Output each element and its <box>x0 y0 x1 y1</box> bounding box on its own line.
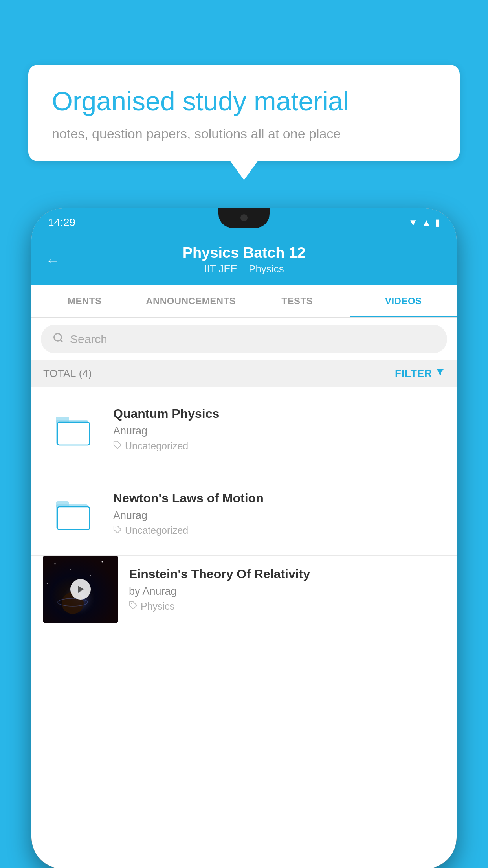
video-list: Quantum Physics Anurag Uncategorized <box>31 387 457 623</box>
wifi-icon: ▼ <box>408 217 418 228</box>
subtitle-physics: Physics <box>249 263 284 275</box>
search-icon <box>53 332 64 346</box>
subtitle-iit: IIT JEE <box>204 263 237 275</box>
tab-announcements[interactable]: ANNOUNCEMENTS <box>138 285 244 317</box>
phone-frame: 14:29 ▼ ▲ ▮ ← Physics Batch 12 IIT JEE P… <box>31 208 457 868</box>
tag-icon <box>113 525 122 536</box>
play-button[interactable] <box>70 579 91 600</box>
filter-button[interactable]: FILTER <box>395 368 445 380</box>
filter-label: FILTER <box>395 368 432 380</box>
tag-icon <box>113 440 122 452</box>
svg-point-11 <box>55 563 56 565</box>
item-info: Newton's Laws of Motion Anurag Uncategor… <box>113 491 445 536</box>
video-title: Einstein's Theory Of Relativity <box>129 567 445 581</box>
tag-text: Uncategorized <box>125 440 188 452</box>
svg-point-12 <box>70 569 71 570</box>
list-item[interactable]: Einstein's Theory Of Relativity by Anura… <box>31 556 457 623</box>
tab-ments[interactable]: MENTS <box>31 285 138 317</box>
speech-bubble: Organised study material notes, question… <box>28 65 460 161</box>
svg-rect-8 <box>57 507 90 530</box>
status-icons: ▼ ▲ ▮ <box>408 217 440 228</box>
tab-tests[interactable]: TESTS <box>244 285 350 317</box>
video-tag: Physics <box>129 601 445 612</box>
list-item[interactable]: Newton's Laws of Motion Anurag Uncategor… <box>31 471 457 556</box>
svg-line-1 <box>60 340 62 342</box>
video-author: Anurag <box>113 425 445 437</box>
video-tag: Uncategorized <box>113 525 445 536</box>
phone-notch <box>218 208 270 228</box>
folder-icon <box>55 411 90 447</box>
item-thumbnail <box>43 484 102 543</box>
item-info: Quantum Physics Anurag Uncategorized <box>113 406 445 452</box>
status-bar: 14:29 ▼ ▲ ▮ <box>31 208 457 237</box>
video-thumbnail <box>43 556 118 623</box>
tag-text: Physics <box>141 601 174 612</box>
video-author: by Anurag <box>129 585 445 598</box>
play-icon <box>77 585 84 594</box>
video-title: Newton's Laws of Motion <box>113 491 445 506</box>
signal-icon: ▲ <box>422 217 431 228</box>
tag-icon <box>129 601 138 612</box>
back-button[interactable]: ← <box>46 252 60 269</box>
front-camera <box>240 214 248 221</box>
item-thumbnail <box>43 399 102 458</box>
svg-point-14 <box>90 575 91 576</box>
video-author: Anurag <box>113 509 445 522</box>
speech-bubble-subtext: notes, question papers, solutions all at… <box>52 126 436 142</box>
filter-bar: TOTAL (4) FILTER <box>31 360 457 387</box>
video-title: Quantum Physics <box>113 406 445 421</box>
app-title: Physics Batch 12 <box>47 245 441 261</box>
battery-icon: ▮ <box>435 217 440 228</box>
app-subtitle: IIT JEE Physics <box>47 263 441 275</box>
svg-rect-4 <box>57 422 90 445</box>
filter-funnel-icon <box>435 368 445 380</box>
item-info: Einstein's Theory Of Relativity by Anura… <box>129 556 445 623</box>
status-time: 14:29 <box>48 216 75 229</box>
tab-videos[interactable]: VIDEOS <box>350 285 457 317</box>
search-bar-container: Search <box>31 318 457 360</box>
video-tag: Uncategorized <box>113 440 445 452</box>
folder-icon-container <box>51 407 94 451</box>
speech-bubble-headline: Organised study material <box>52 85 436 118</box>
search-input[interactable]: Search <box>70 333 107 346</box>
svg-point-16 <box>114 587 114 588</box>
list-item[interactable]: Quantum Physics Anurag Uncategorized <box>31 387 457 471</box>
tabs-bar: MENTS ANNOUNCEMENTS TESTS VIDEOS <box>31 285 457 318</box>
search-bar[interactable]: Search <box>41 325 447 353</box>
svg-marker-21 <box>78 586 84 593</box>
phone-screen: ← Physics Batch 12 IIT JEE Physics MENTS… <box>31 237 457 868</box>
tag-text: Uncategorized <box>125 525 188 536</box>
folder-icon <box>55 496 90 531</box>
svg-point-15 <box>47 583 48 584</box>
folder-icon-container <box>51 492 94 535</box>
app-header: ← Physics Batch 12 IIT JEE Physics <box>31 237 457 285</box>
svg-point-13 <box>102 561 103 563</box>
total-count: TOTAL (4) <box>43 368 92 380</box>
